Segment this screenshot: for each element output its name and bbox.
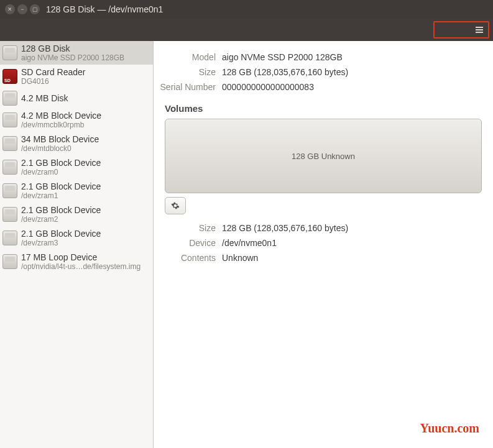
device-sub: /dev/mtdblock0 — [21, 144, 99, 153]
size-row: Size 128 GB (128,035,676,160 bytes) — [154, 65, 482, 80]
titlebar: ✕ − ▢ 128 GB Disk — /dev/nvme0n1 — [0, 0, 493, 19]
serial-row: Serial Number 0000000000000000083 — [154, 80, 482, 94]
device-item[interactable]: 34 MB Block Device/dev/mtdblock0 — [0, 132, 153, 155]
model-value: aigo NVMe SSD P2000 128GB — [222, 52, 343, 62]
volume-options-button[interactable] — [165, 197, 186, 214]
size-label: Size — [154, 67, 216, 77]
volume-controls — [165, 197, 482, 214]
device-item[interactable]: 2.1 GB Block Device/dev/zram2 — [0, 203, 153, 226]
device-name: 4.2 MB Disk — [21, 93, 68, 103]
device-sub: /opt/nvidia/l4t-us…de/filesystem.img — [21, 262, 141, 271]
device-name: 2.1 GB Block Device — [21, 229, 101, 239]
device-name: 17 MB Loop Device — [21, 252, 141, 262]
gear-icon — [171, 201, 180, 210]
device-texts: 2.1 GB Block Device/dev/zram3 — [21, 229, 101, 247]
device-sub: /dev/zram3 — [21, 239, 101, 247]
device-sub: /dev/zram1 — [21, 191, 101, 200]
device-item[interactable]: 2.1 GB Block Device/dev/zram3 — [0, 226, 153, 250]
disk-icon — [2, 45, 17, 60]
hamburger-menu-icon[interactable] — [476, 27, 483, 33]
device-sub: aigo NVMe SSD P2000 128GB — [21, 53, 124, 62]
disk-icon — [2, 136, 17, 151]
content-area: 128 GB Diskaigo NVMe SSD P2000 128GBSD C… — [0, 41, 493, 448]
vol-contents-row: Contents Unknown — [154, 250, 482, 265]
model-label: Model — [154, 52, 216, 62]
device-sub: DG4016 — [21, 77, 86, 86]
serial-label: Serial Number — [154, 82, 216, 92]
device-texts: 34 MB Block Device/dev/mtdblock0 — [21, 134, 99, 153]
device-name: SD Card Reader — [21, 67, 86, 77]
disk-icon — [2, 160, 17, 175]
window-controls: ✕ − ▢ — [5, 4, 40, 14]
device-texts: 128 GB Diskaigo NVMe SSD P2000 128GB — [21, 43, 124, 62]
model-row: Model aigo NVMe SSD P2000 128GB — [154, 50, 482, 65]
device-texts: 2.1 GB Block Device/dev/zram0 — [21, 158, 101, 176]
device-name: 4.2 MB Block Device — [21, 111, 101, 121]
vol-contents-value: Unknown — [222, 253, 258, 263]
device-name: 128 GB Disk — [21, 43, 124, 53]
volume-partition-label: 128 GB Unknown — [292, 152, 355, 161]
watermark: Yuucn.com — [420, 421, 479, 436]
device-name: 2.1 GB Block Device — [21, 181, 101, 191]
close-icon[interactable]: ✕ — [5, 4, 15, 14]
device-item[interactable]: 128 GB Diskaigo NVMe SSD P2000 128GB — [0, 41, 153, 65]
size-value: 128 GB (128,035,676,160 bytes) — [222, 67, 348, 77]
menu-highlight — [433, 21, 489, 39]
vol-device-value: /dev/nvme0n1 — [222, 238, 277, 248]
device-item[interactable]: 4.2 MB Block Device/dev/mmcblk0rpmb — [0, 108, 153, 132]
vol-size-label: Size — [154, 223, 216, 233]
disk-icon — [2, 254, 17, 269]
device-sidebar: 128 GB Diskaigo NVMe SSD P2000 128GBSD C… — [0, 41, 154, 448]
device-sub: /dev/zram2 — [21, 215, 101, 224]
disk-icon — [2, 91, 17, 106]
device-name: 2.1 GB Block Device — [21, 158, 101, 168]
sd-card-icon — [2, 69, 17, 84]
vol-device-label: Device — [154, 238, 216, 248]
serial-value: 0000000000000000083 — [222, 82, 314, 92]
device-item[interactable]: SD Card ReaderDG4016 — [0, 65, 153, 88]
minimize-icon[interactable]: − — [17, 4, 27, 14]
device-texts: SD Card ReaderDG4016 — [21, 67, 86, 86]
volumes-header: Volumes — [165, 103, 482, 114]
main-panel: Model aigo NVMe SSD P2000 128GB Size 128… — [154, 41, 493, 448]
device-sub: /dev/mmcblk0rpmb — [21, 121, 101, 129]
toolbar — [0, 19, 493, 41]
disk-icon — [2, 183, 17, 198]
window-title: 128 GB Disk — /dev/nvme0n1 — [46, 4, 163, 14]
disk-icon — [2, 231, 17, 245]
vol-contents-label: Contents — [154, 253, 216, 263]
device-texts: 17 MB Loop Device/opt/nvidia/l4t-us…de/f… — [21, 252, 141, 271]
vol-device-row: Device /dev/nvme0n1 — [154, 235, 482, 250]
device-name: 2.1 GB Block Device — [21, 205, 101, 215]
device-texts: 2.1 GB Block Device/dev/zram2 — [21, 205, 101, 224]
device-texts: 4.2 MB Block Device/dev/mmcblk0rpmb — [21, 111, 101, 129]
volume-partition[interactable]: 128 GB Unknown — [165, 119, 482, 193]
vol-size-row: Size 128 GB (128,035,676,160 bytes) — [154, 221, 482, 235]
device-texts: 2.1 GB Block Device/dev/zram1 — [21, 181, 101, 200]
device-texts: 4.2 MB Disk — [21, 93, 68, 103]
maximize-icon[interactable]: ▢ — [30, 4, 40, 14]
disk-icon — [2, 207, 17, 222]
device-item[interactable]: 2.1 GB Block Device/dev/zram1 — [0, 179, 153, 203]
device-sub: /dev/zram0 — [21, 168, 101, 176]
device-item[interactable]: 17 MB Loop Device/opt/nvidia/l4t-us…de/f… — [0, 250, 153, 273]
device-item[interactable]: 4.2 MB Disk — [0, 88, 153, 108]
device-name: 34 MB Block Device — [21, 134, 99, 144]
disk-icon — [2, 112, 17, 127]
vol-size-value: 128 GB (128,035,676,160 bytes) — [222, 223, 348, 233]
device-item[interactable]: 2.1 GB Block Device/dev/zram0 — [0, 155, 153, 179]
